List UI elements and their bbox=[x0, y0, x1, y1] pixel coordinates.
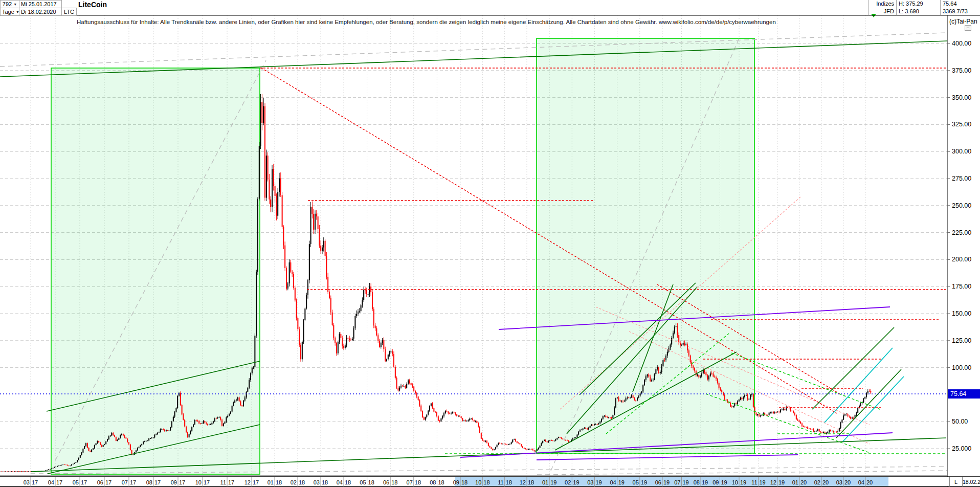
gray-trend-line[interactable] bbox=[0, 33, 947, 67]
time-axis-label: 18 bbox=[368, 479, 374, 485]
symbol-field[interactable]: LTC bbox=[61, 8, 77, 16]
time-axis-label: 03 bbox=[24, 479, 30, 485]
collapse-icon[interactable]: – bbox=[965, 25, 971, 31]
status-linear-scale-toggle[interactable]: L bbox=[949, 477, 963, 486]
current-price-tag-text: 75.64 bbox=[950, 390, 966, 397]
time-axis-label: 18 bbox=[506, 479, 512, 485]
time-axis-label: 02 bbox=[291, 479, 297, 485]
time-axis-label: 17 bbox=[228, 479, 234, 485]
time-axis-label: 05 bbox=[633, 479, 639, 485]
svg-text:400.00: 400.00 bbox=[952, 40, 971, 47]
time-axis-label: 17 bbox=[204, 479, 210, 485]
date-to-field[interactable]: Di 18.02.2020 bbox=[19, 8, 62, 16]
time-axis-label: 12 bbox=[770, 479, 776, 485]
time-axis-label: 17 bbox=[130, 479, 136, 485]
green-trend-line[interactable] bbox=[0, 41, 947, 77]
time-axis-label: 01 bbox=[792, 479, 798, 485]
time-axis-label: 11 bbox=[498, 479, 503, 485]
time-axis-label: 17 bbox=[32, 479, 38, 485]
svg-text:125.00: 125.00 bbox=[952, 337, 971, 344]
time-axis-label: 18 bbox=[483, 479, 489, 485]
time-axis-label: 03 bbox=[314, 479, 320, 485]
green-trend-line[interactable] bbox=[812, 327, 894, 409]
time-axis-label: 20 bbox=[800, 479, 807, 485]
time-axis-label: 05 bbox=[360, 479, 366, 485]
time-axis-label: 19 bbox=[573, 479, 579, 485]
time-axis[interactable]: 0317041705170617071708170917101711171217… bbox=[0, 476, 980, 486]
time-axis-label: 06 bbox=[655, 479, 661, 485]
time-axis-label: 03 bbox=[587, 479, 593, 485]
time-axis-label: 11 bbox=[220, 479, 226, 485]
time-axis-label: 20 bbox=[822, 479, 829, 485]
price-axis-background bbox=[948, 15, 980, 487]
time-axis-label: 09 bbox=[453, 479, 459, 485]
time-axis-label: 17 bbox=[105, 479, 112, 485]
period-dropdown[interactable]: Tage ▼ bbox=[0, 8, 19, 16]
green-trend-line[interactable] bbox=[836, 369, 901, 438]
time-axis-label: 19 bbox=[596, 479, 602, 485]
time-axis-label: 09 bbox=[712, 479, 719, 485]
time-axis-label: 17 bbox=[253, 479, 259, 485]
disclaimer-text: Haftungsausschluss für Inhalte: Alle Tre… bbox=[77, 19, 776, 25]
trend-channel-box[interactable] bbox=[51, 68, 260, 474]
time-axis-label: 19 bbox=[778, 479, 785, 485]
svg-text:100.00: 100.00 bbox=[952, 364, 971, 371]
svg-text:350.00: 350.00 bbox=[952, 94, 971, 101]
time-axis-label: 18 bbox=[299, 479, 305, 485]
time-axis-label: 08 bbox=[430, 479, 436, 485]
chart-window: 400.00375.00350.00325.00300.00275.00250.… bbox=[0, 0, 980, 487]
bars-count-dropdown[interactable]: 792 ▼ bbox=[0, 0, 19, 8]
time-axis-label: 08 bbox=[146, 479, 152, 485]
time-axis-label: 03 bbox=[836, 479, 842, 485]
indizes-label: Indizes bbox=[868, 0, 896, 8]
svg-text:275.00: 275.00 bbox=[952, 175, 971, 182]
status-date: 18.02.20 bbox=[963, 477, 980, 486]
time-axis-label: 18 bbox=[345, 479, 351, 485]
time-axis-label: 08 bbox=[694, 479, 700, 485]
svg-text:175.00: 175.00 bbox=[952, 283, 971, 290]
time-axis-label: 10 bbox=[475, 479, 481, 485]
date-from-field[interactable]: Mi 25.01.2017 bbox=[19, 0, 62, 8]
price-chart-canvas[interactable]: 400.00375.00350.00325.00300.00275.00250.… bbox=[0, 0, 980, 487]
time-axis-label: 11 bbox=[751, 479, 757, 485]
svg-text:25.000: 25.000 bbox=[952, 445, 971, 452]
svg-text:250.00: 250.00 bbox=[952, 202, 971, 209]
time-axis-label: 19 bbox=[618, 479, 625, 485]
last-price-value: 75.64 bbox=[940, 0, 980, 8]
time-axis-label: 18 bbox=[391, 479, 397, 485]
time-axis-label: 06 bbox=[97, 479, 103, 485]
feed-label: JFD bbox=[868, 8, 896, 15]
svg-text:300.00: 300.00 bbox=[952, 148, 971, 155]
time-axis-label: 06 bbox=[383, 479, 389, 485]
period-low-value: L: 3.690 bbox=[896, 8, 940, 15]
time-axis-label: 07 bbox=[122, 479, 128, 485]
cyan-trend-lines[interactable] bbox=[825, 348, 904, 441]
time-axis-label: 17 bbox=[81, 479, 87, 485]
svg-text:225.00: 225.00 bbox=[952, 229, 971, 236]
svg-text:325.00: 325.00 bbox=[952, 121, 971, 128]
time-axis-label: 12 bbox=[244, 479, 251, 485]
time-axis-label: 19 bbox=[683, 479, 689, 485]
time-axis-label: 12 bbox=[520, 479, 526, 485]
time-axis-label: 19 bbox=[760, 479, 766, 485]
svg-text:50.00: 50.00 bbox=[952, 418, 968, 425]
svg-text:150.00: 150.00 bbox=[952, 310, 971, 317]
time-axis-label: 18 bbox=[415, 479, 421, 485]
time-axis-label: 07 bbox=[674, 479, 680, 485]
cyan-trend-line[interactable] bbox=[843, 377, 904, 441]
time-axis-label: 18 bbox=[528, 479, 534, 485]
chevron-down-icon: ▼ bbox=[13, 3, 17, 6]
time-axis-label: 01 bbox=[268, 479, 274, 485]
time-axis-label: 04 bbox=[858, 479, 864, 485]
instrument-title: LiteCoin bbox=[78, 1, 107, 9]
purple-trend-line[interactable] bbox=[537, 455, 798, 460]
svg-text:200.00: 200.00 bbox=[952, 256, 971, 263]
time-axis-label: 10 bbox=[732, 479, 738, 485]
time-axis-label: 19 bbox=[641, 479, 647, 485]
trend-channel-boxes[interactable] bbox=[51, 38, 754, 474]
time-axis-label: 18 bbox=[438, 479, 444, 485]
gray-trend-line[interactable] bbox=[537, 471, 947, 475]
time-axis-label: 19 bbox=[740, 479, 746, 485]
time-axis-label: 01 bbox=[542, 479, 548, 485]
time-axis-label: 19 bbox=[702, 479, 708, 485]
